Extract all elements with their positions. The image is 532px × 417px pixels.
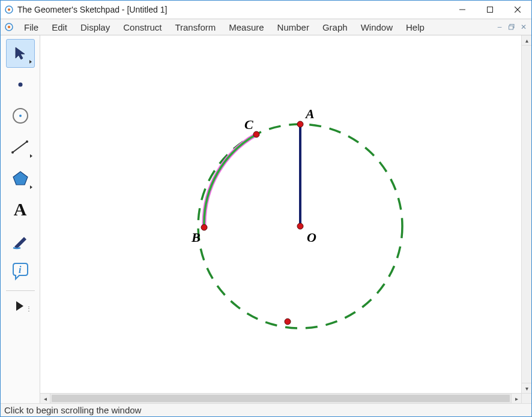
label-B[interactable]: B — [191, 230, 201, 245]
minimize-button[interactable] — [449, 1, 476, 19]
window-title: The Geometer's Sketchpad - [Untitled 1] — [17, 5, 449, 14]
window-controls — [449, 1, 531, 19]
point-C[interactable] — [253, 131, 259, 137]
scroll-thumb[interactable] — [52, 395, 510, 402]
point-B[interactable] — [201, 224, 207, 230]
dots-icon: ⋮ — [26, 305, 32, 312]
scroll-corner — [521, 393, 531, 403]
menubar: File Edit Display Construct Transform Me… — [1, 19, 531, 35]
document-icon — [4, 22, 14, 32]
app-window: The Geometer's Sketchpad - [Untitled 1] … — [0, 0, 532, 417]
menu-graph[interactable]: Graph — [316, 20, 354, 34]
label-C[interactable]: C — [244, 117, 253, 132]
scroll-up-button[interactable]: ▴ — [522, 35, 531, 46]
svg-marker-16 — [13, 172, 28, 185]
toolbar-separator — [6, 290, 35, 291]
vertical-scrollbar[interactable]: ▴ ▾ — [521, 35, 531, 393]
menu-window[interactable]: Window — [354, 20, 399, 34]
mdi-restore-button[interactable] — [506, 22, 517, 32]
status-text: Click to begin scrolling the window — [4, 405, 141, 415]
point-A[interactable] — [297, 121, 303, 127]
menu-display[interactable]: Display — [74, 20, 116, 34]
scroll-right-button[interactable]: ▸ — [511, 394, 521, 403]
menu-measure[interactable]: Measure — [222, 20, 270, 34]
svg-rect-9 — [509, 26, 513, 29]
svg-point-7 — [8, 26, 10, 28]
maximize-button[interactable] — [476, 1, 504, 19]
scroll-track[interactable] — [50, 394, 511, 403]
canvas-area: A C B O ▴ ▾ ◂ ▸ — [40, 35, 531, 403]
line-tool[interactable] — [6, 133, 35, 161]
circle-tool[interactable] — [6, 101, 35, 130]
arrow-tool[interactable] — [6, 39, 35, 68]
menu-transform[interactable]: Transform — [168, 20, 222, 34]
statusbar: Click to begin scrolling the window — [1, 403, 531, 416]
menu-construct[interactable]: Construct — [116, 20, 168, 34]
svg-point-1 — [8, 8, 10, 11]
label-A[interactable]: A — [304, 106, 315, 121]
label-O[interactable]: O — [307, 230, 316, 245]
svg-point-10 — [18, 83, 22, 87]
info-tool[interactable]: i — [6, 257, 35, 286]
sketch-canvas[interactable]: A C B O ▴ ▾ ◂ ▸ — [40, 35, 531, 403]
menu-number[interactable]: Number — [271, 20, 316, 34]
menu-help[interactable]: Help — [399, 20, 431, 34]
scroll-left-button[interactable]: ◂ — [40, 394, 50, 403]
svg-point-14 — [11, 151, 14, 154]
mdi-close-button[interactable]: ✕ — [518, 22, 529, 32]
svg-line-13 — [13, 142, 27, 152]
arc-BC-highlight — [204, 134, 256, 226]
menu-edit[interactable]: Edit — [45, 20, 74, 34]
scroll-down-button[interactable]: ▾ — [522, 383, 531, 393]
chevron-right-icon — [30, 154, 32, 158]
point-O[interactable] — [297, 223, 303, 229]
mdi-controls: – ✕ — [494, 22, 531, 32]
chevron-right-icon — [29, 60, 32, 64]
close-button[interactable] — [504, 1, 531, 19]
custom-tool[interactable]: ⋮ — [6, 295, 35, 317]
text-tool[interactable]: A — [6, 195, 35, 224]
toolbar: A i ⋮ — [1, 35, 40, 403]
polygon-tool[interactable] — [6, 164, 35, 193]
app-icon — [4, 5, 14, 14]
chevron-right-icon — [30, 185, 32, 189]
horizontal-scrollbar[interactable]: ◂ ▸ — [40, 393, 521, 403]
body: A i ⋮ — [1, 35, 531, 403]
svg-text:i: i — [19, 265, 22, 275]
mdi-minimize-button[interactable]: – — [494, 22, 505, 32]
marker-tool[interactable] — [6, 226, 35, 255]
svg-point-12 — [19, 115, 22, 117]
svg-point-15 — [26, 140, 28, 143]
point-bottom[interactable] — [285, 319, 291, 325]
svg-rect-3 — [488, 7, 493, 13]
menu-file[interactable]: File — [17, 20, 45, 34]
point-tool[interactable] — [6, 70, 35, 99]
titlebar: The Geometer's Sketchpad - [Untitled 1] — [1, 1, 531, 19]
